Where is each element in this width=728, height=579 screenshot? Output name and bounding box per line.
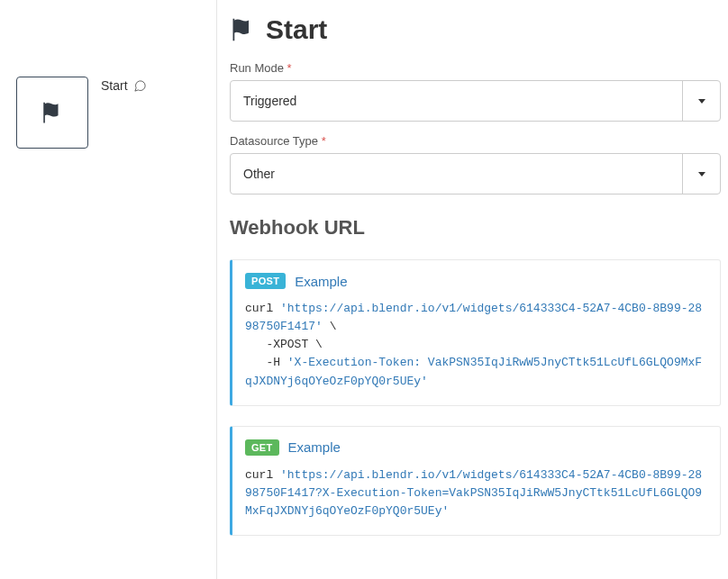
- run-mode-dropdown[interactable]: Triggered: [230, 80, 721, 122]
- details-pane: Start Run Mode * Triggered Datasource Ty…: [216, 0, 728, 579]
- node-start-label-wrap: Start: [101, 78, 147, 93]
- webhook-heading: Webhook URL: [230, 216, 721, 240]
- run-mode-label: Run Mode *: [230, 61, 721, 75]
- get-example-title: Example: [288, 439, 341, 455]
- node-start-label: Start: [101, 78, 128, 93]
- datasource-type-value[interactable]: Other: [231, 154, 682, 194]
- chevron-down-icon: [698, 99, 705, 104]
- page-title-text: Start: [266, 14, 327, 45]
- get-example-block: GET Example curl 'https://api.blendr.io/…: [230, 426, 721, 536]
- post-example-title: Example: [295, 274, 347, 289]
- get-code[interactable]: curl 'https://api.blendr.io/v1/widgets/6…: [232, 465, 720, 535]
- flag-icon: [230, 17, 255, 42]
- datasource-type-label: Datasource Type *: [230, 134, 721, 148]
- comment-icon: [133, 79, 147, 93]
- field-run-mode: Run Mode * Triggered: [230, 61, 721, 122]
- node-start-block[interactable]: [16, 77, 88, 149]
- datasource-type-dropdown[interactable]: Other: [230, 153, 721, 195]
- flag-icon: [41, 101, 64, 124]
- chevron-down-icon: [698, 172, 705, 176]
- run-mode-caret[interactable]: [682, 81, 720, 121]
- run-mode-value[interactable]: Triggered: [231, 81, 682, 121]
- post-code[interactable]: curl 'https://api.blendr.io/v1/widgets/6…: [232, 298, 720, 405]
- post-badge: POST: [245, 273, 286, 289]
- page-title: Start: [230, 9, 721, 61]
- field-datasource-type: Datasource Type * Other: [230, 134, 721, 195]
- canvas-pane: Start: [0, 0, 216, 579]
- datasource-type-caret[interactable]: [682, 154, 720, 194]
- post-example-block: POST Example curl 'https://api.blendr.io…: [230, 259, 721, 406]
- get-badge: GET: [245, 439, 279, 456]
